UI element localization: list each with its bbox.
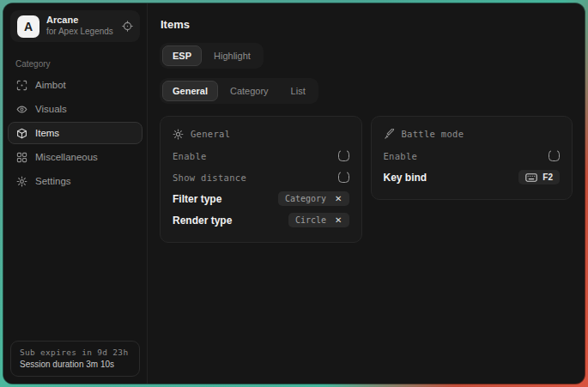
app-subtitle: for Apex Legends: [46, 27, 115, 38]
setting-row-filter-type: Filter type Category ✕: [173, 188, 349, 209]
panel-battle-mode-title: Battle mode: [402, 129, 464, 139]
tab-esp[interactable]: ESP: [162, 45, 202, 66]
sidebar-item-label: Aimbot: [35, 80, 66, 90]
logo-card: A Arcane for Apex Legends: [10, 10, 140, 42]
panels-container: General Enable Show distance Filter type…: [160, 116, 573, 243]
filter-type-value: Category: [285, 194, 326, 203]
session-duration-text: Session duration 3m 10s: [20, 360, 130, 369]
panel-general-title: General: [191, 129, 230, 139]
tab-highlight[interactable]: Highlight: [203, 45, 261, 66]
sidebar-item-miscellaneous[interactable]: Miscellaneous: [8, 146, 142, 168]
panel-battle-mode-header: Battle mode: [384, 124, 561, 143]
show-distance-checkbox[interactable]: [338, 172, 349, 183]
setting-label: Show distance: [173, 172, 246, 183]
misc-grid-icon: [15, 152, 27, 163]
setting-row-key-bind: Key bind F2: [384, 166, 561, 188]
sidebar-item-label: Visuals: [35, 104, 67, 114]
render-type-value: Circle: [295, 215, 326, 225]
enable-checkbox[interactable]: [338, 150, 349, 161]
sidebar-item-label: Settings: [35, 176, 71, 186]
subscription-info-box: Sub expires in 9d 23h Session duration 3…: [10, 341, 140, 377]
setting-label: Key bind: [384, 172, 427, 184]
items-box-icon: [15, 128, 27, 139]
app-logo: A: [17, 15, 39, 38]
setting-label: Render type: [173, 215, 232, 227]
sidebar: A Arcane for Apex Legends Category: [3, 3, 148, 384]
sidebar-item-visuals[interactable]: Visuals: [8, 98, 142, 120]
logo-text: Arcane for Apex Legends: [46, 15, 115, 37]
visuals-eye-icon: [15, 104, 27, 115]
page-title: Items: [161, 18, 573, 31]
panel-general: General Enable Show distance Filter type…: [160, 116, 362, 243]
aimbot-scan-icon: [15, 80, 27, 91]
remove-filter-icon[interactable]: ✕: [335, 195, 342, 203]
sidebar-item-items[interactable]: Items: [8, 122, 142, 144]
setting-row-show-distance: Show distance: [173, 166, 349, 188]
secondary-tabs: General Category List: [160, 78, 318, 104]
battle-enable-checkbox[interactable]: [549, 150, 560, 161]
main-content: Items ESP Highlight General Category Lis…: [148, 3, 585, 384]
setting-label: Enable: [173, 151, 207, 161]
setting-row-render-type: Render type Circle ✕: [173, 209, 349, 231]
filter-type-select[interactable]: Category ✕: [278, 191, 349, 206]
setting-label: Enable: [384, 151, 418, 161]
render-type-select[interactable]: Circle ✕: [288, 213, 349, 227]
sidebar-item-aimbot[interactable]: Aimbot: [8, 74, 142, 96]
panel-battle-mode: Battle mode Enable Key bind: [371, 116, 573, 200]
sidebar-item-label: Items: [35, 128, 59, 138]
primary-tabs: ESP Highlight: [160, 43, 264, 69]
sub-expires-text: Sub expires in 9d 23h: [20, 348, 130, 357]
sidebar-nav: Aimbot Visuals Items: [3, 74, 147, 192]
remove-render-icon[interactable]: ✕: [335, 216, 342, 225]
tab-list[interactable]: List: [281, 81, 316, 101]
sidebar-spacer: [3, 192, 147, 334]
keyboard-icon: [525, 173, 537, 182]
setting-row-battle-enable: Enable: [384, 145, 561, 166]
tab-general[interactable]: General: [162, 81, 218, 101]
sidebar-item-settings[interactable]: Settings: [8, 170, 142, 192]
category-label: Category: [15, 59, 135, 69]
sun-icon: [173, 129, 184, 140]
app-window: A Arcane for Apex Legends Category: [3, 3, 585, 384]
sword-icon: [384, 129, 395, 140]
keybind-button[interactable]: F2: [518, 170, 560, 184]
panel-general-header: General: [173, 124, 349, 143]
setting-label: Filter type: [173, 193, 221, 205]
crosshair-target-icon: [122, 21, 133, 32]
app-logo-letter: A: [24, 20, 33, 33]
tab-category[interactable]: Category: [220, 81, 279, 101]
keybind-value: F2: [543, 172, 553, 182]
setting-row-enable: Enable: [173, 145, 349, 166]
settings-gear-icon: [15, 176, 27, 187]
sidebar-item-label: Miscellaneous: [35, 152, 98, 162]
app-title: Arcane: [46, 15, 115, 27]
